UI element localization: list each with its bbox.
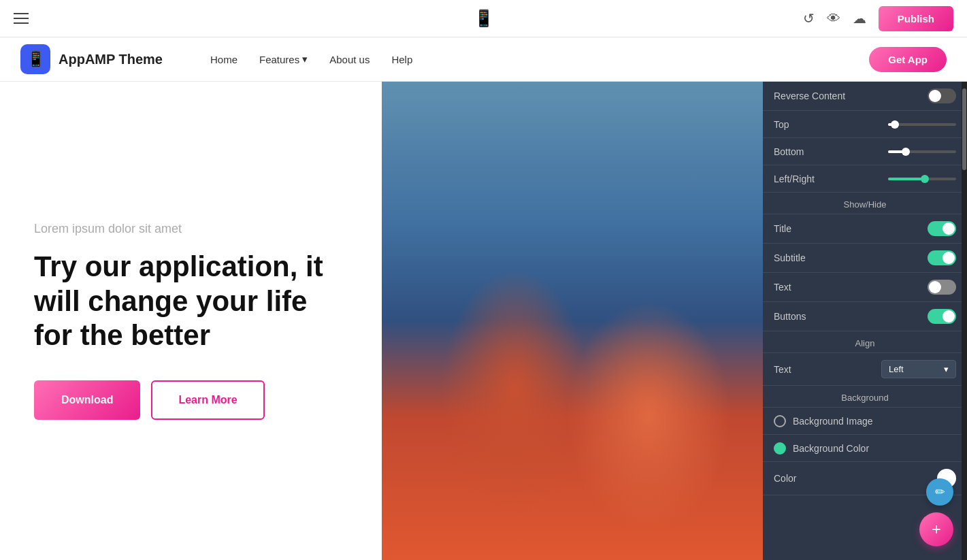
bg-color-label: Background Color: [793, 443, 956, 454]
subtitle-toggle[interactable]: [928, 250, 956, 265]
download-button[interactable]: Download: [34, 380, 140, 420]
align-text-label: Text: [774, 364, 791, 375]
undo-icon[interactable]: ↺: [803, 10, 815, 27]
top-bar-right: ↺ 👁 ☁ Publish: [803, 6, 953, 31]
nav-about[interactable]: About us: [329, 53, 370, 65]
title-row: Title: [763, 214, 967, 244]
reverse-content-label: Reverse Content: [774, 90, 845, 101]
publish-button[interactable]: Publish: [879, 6, 953, 31]
subtitle-label: Subtitle: [774, 252, 806, 263]
color-label: Color: [774, 473, 796, 484]
bottom-slider[interactable]: [888, 150, 956, 153]
logo-area: 📱 AppAMP Theme: [20, 44, 163, 74]
cloud-upload-icon[interactable]: ☁: [853, 10, 866, 27]
bg-color-radio[interactable]: [774, 442, 786, 455]
logo-icon: 📱: [20, 44, 50, 74]
buttons-toggle[interactable]: [928, 309, 956, 324]
bottom-row: Bottom: [763, 138, 967, 165]
reverse-content-row: Reverse Content: [763, 82, 967, 111]
hero-photo-overlay: [382, 82, 764, 560]
hero-left: Lorem ipsum dolor sit amet Try our appli…: [0, 82, 382, 560]
top-bar: 📱 ↺ 👁 ☁ Publish: [0, 0, 967, 37]
buttons-label: Buttons: [774, 311, 806, 322]
text-row: Text: [763, 273, 967, 302]
bg-image-label: Background Image: [793, 416, 956, 427]
bg-color-row: Background Color: [763, 435, 967, 462]
title-toggle[interactable]: [928, 221, 956, 236]
main-area: ↕ ⬇ </> ⚙ 🗑 Lorem ipsum dolor sit amet T…: [0, 82, 967, 560]
top-bar-left: [14, 13, 29, 24]
nav-features[interactable]: Features ▾: [259, 53, 308, 65]
align-text-row: Text Left ▾: [763, 353, 967, 386]
bottom-label: Bottom: [774, 146, 804, 157]
learn-more-button[interactable]: Learn More: [151, 380, 264, 420]
dropdown-chevron-icon: ▾: [944, 364, 949, 374]
phone-preview-icon[interactable]: 📱: [474, 9, 494, 28]
hero-title: Try our application, it will change your…: [34, 250, 348, 352]
top-bar-center: 📱: [474, 9, 494, 28]
buttons-row: Buttons: [763, 302, 967, 331]
nav-links: Home Features ▾ About us Help: [210, 53, 842, 65]
top-slider-knob[interactable]: [891, 120, 899, 129]
left-right-slider[interactable]: [888, 178, 956, 180]
get-app-button[interactable]: Get App: [869, 47, 947, 72]
nav-help[interactable]: Help: [391, 53, 412, 65]
hero-buttons: Download Learn More: [34, 380, 348, 420]
add-section-fab[interactable]: +: [919, 512, 953, 546]
top-row: Top: [763, 111, 967, 138]
text-label: Text: [774, 282, 791, 293]
logo-text: AppAMP Theme: [59, 52, 163, 67]
panel-scrollbar[interactable]: [962, 82, 967, 560]
align-text-dropdown[interactable]: Left ▾: [881, 360, 956, 378]
top-slider[interactable]: [888, 123, 956, 126]
scrollbar-thumb[interactable]: [962, 88, 966, 170]
text-toggle[interactable]: [928, 280, 956, 295]
bg-image-radio[interactable]: [774, 415, 786, 427]
nav-bar: 📱 AppAMP Theme Home Features ▾ About us …: [0, 37, 967, 82]
reverse-content-toggle[interactable]: [928, 88, 956, 103]
hero-image: [382, 82, 764, 560]
hero-subtitle: Lorem ipsum dolor sit amet: [34, 222, 348, 236]
align-header: Align: [763, 331, 967, 353]
hero-section: ↕ ⬇ </> ⚙ 🗑 Lorem ipsum dolor sit amet T…: [0, 82, 763, 560]
left-right-label: Left/Right: [774, 174, 815, 184]
subtitle-row: Subtitle: [763, 244, 967, 273]
nav-home[interactable]: Home: [210, 53, 237, 65]
hero-right: [382, 82, 764, 560]
left-right-slider-knob[interactable]: [921, 175, 929, 183]
edit-fab[interactable]: ✏: [926, 478, 953, 506]
background-header: Background: [763, 386, 967, 408]
features-dropdown-icon: ▾: [302, 53, 308, 65]
left-right-row: Left/Right: [763, 165, 967, 193]
panel-scroll: Reverse Content Top Bottom: [763, 82, 967, 495]
bottom-slider-knob[interactable]: [902, 148, 910, 156]
bg-image-row: Background Image: [763, 408, 967, 435]
hamburger-menu[interactable]: [14, 13, 29, 24]
top-label: Top: [774, 119, 789, 130]
title-label: Title: [774, 223, 791, 234]
preview-icon[interactable]: 👁: [827, 11, 840, 27]
show-hide-header: Show/Hide: [763, 193, 967, 214]
